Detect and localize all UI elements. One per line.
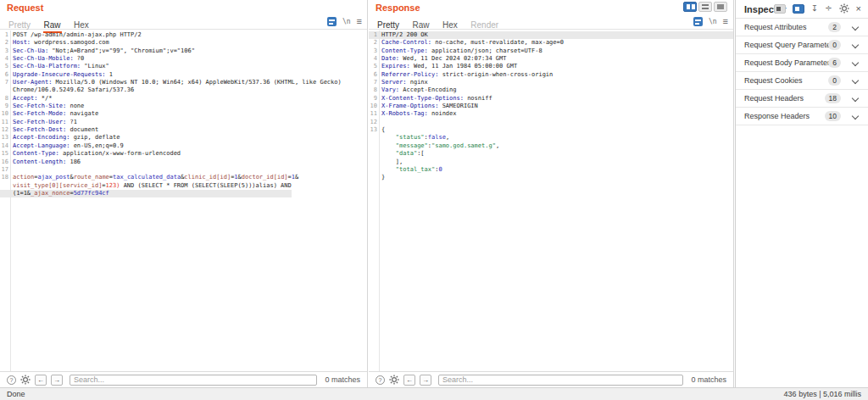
line-number: 10 (369, 103, 377, 110)
code-row: 11Sec-Fetch-User: ?1 (0, 119, 367, 126)
inspector-section-request-cookies[interactable]: Request Cookies 0 (736, 72, 868, 90)
response-menu-icon[interactable]: ≡ (723, 17, 728, 26)
response-search-input[interactable] (438, 375, 683, 386)
inspector-close-icon[interactable]: × (856, 4, 861, 14)
code-row: 4Date: Wed, 11 Dec 2024 02:07:34 GMT (369, 55, 733, 63)
code-text: X-Frame-Options: SAMEORIGIN (377, 103, 478, 110)
response-show-newlines-icon[interactable]: \n (709, 18, 717, 25)
code-row: "message":"samo.god.samet.g", (369, 142, 733, 150)
line-number (0, 86, 8, 94)
line-number: 7 (0, 79, 8, 86)
response-tab-hex[interactable]: Hex (442, 19, 459, 31)
request-search-help-icon[interactable]: ? (7, 375, 16, 385)
code-text: Sec-Ch-Ua-Platform: "Linux" (8, 63, 109, 70)
inspector-dock-left-icon[interactable] (774, 4, 786, 14)
layout-rows-button[interactable] (698, 2, 712, 12)
request-tabs: Pretty Raw Hex \n ≡ (0, 16, 367, 30)
chevron-down-icon[interactable] (852, 113, 859, 119)
code-row: 6Referrer-Policy: strict-origin-when-cro… (369, 71, 733, 79)
line-number: 8 (0, 95, 8, 103)
line-number: 17 (0, 166, 8, 174)
chevron-down-icon[interactable] (852, 42, 859, 48)
code-text: Content-Length: 186 (8, 158, 81, 166)
response-search-next-button[interactable]: → (420, 375, 431, 386)
line-number: 13 (369, 126, 377, 134)
response-search-settings-icon[interactable] (389, 375, 399, 385)
inspector-header: Inspector ↧ ÷ × (736, 0, 868, 19)
inspector-section-request-headers[interactable]: Request Headers 18 (736, 90, 868, 108)
section-label: Request Cookies (744, 76, 803, 85)
response-editor[interactable]: 1HTTP/2 200 OK2Cache-Control: no-cache, … (369, 31, 733, 371)
line-number: 11 (0, 119, 8, 126)
request-editor[interactable]: 1POST /wp-admin/admin-ajax.php HTTP/22Ho… (0, 31, 367, 371)
response-format-icon[interactable] (693, 17, 703, 26)
line-number: 5 (369, 63, 377, 70)
inspector-section-request-attributes[interactable]: Request Attributes 2 (736, 19, 868, 36)
inspector-settings-icon[interactable] (839, 3, 849, 14)
code-row: 1POST /wp-admin/admin-ajax.php HTTP/2 (0, 31, 367, 39)
line-number: 12 (0, 126, 8, 134)
request-search-input[interactable] (70, 375, 317, 386)
code-text: Host: wordpress.samogod.com (8, 39, 109, 47)
request-search-prev-button[interactable]: ← (35, 375, 47, 386)
line-number: 5 (0, 63, 8, 70)
code-text: { (377, 126, 385, 134)
count-badge: 2 (828, 22, 841, 32)
request-search-next-button[interactable]: → (51, 375, 63, 386)
count-badge: 0 (828, 75, 841, 86)
line-number: 1 (0, 31, 8, 39)
code-text: Chrome/106.0.5249.62 Safari/537.36 (8, 86, 134, 94)
code-row: 10Sec-Fetch-Mode: navigate (0, 110, 367, 118)
request-panel: Request Pretty Raw Hex \n ≡ 1POST /wp-ad… (0, 0, 368, 387)
code-text: Sec-Fetch-Dest: document (8, 126, 98, 134)
response-search-help-icon[interactable]: ? (376, 375, 385, 385)
layout-single-button[interactable] (714, 2, 727, 12)
section-label: Request Query Parameters (744, 41, 837, 49)
chevron-down-icon[interactable] (852, 95, 859, 102)
code-text: ], (377, 158, 403, 166)
code-row: 11X-Robots-Tag: noindex (369, 110, 733, 118)
request-format-icon[interactable] (327, 17, 337, 26)
chevron-down-icon[interactable] (852, 24, 859, 31)
code-text: Sec-Fetch-Site: none (8, 103, 84, 110)
code-text: (1=1&_ajax_nonce=5d77fc94cf (8, 190, 109, 197)
inspector-expand-all-icon[interactable]: ↧ (811, 4, 818, 13)
code-text (8, 166, 13, 174)
response-search-prev-button[interactable]: ← (403, 375, 415, 386)
code-row: "total_tax":0 (369, 166, 733, 174)
inspector-dock-right-icon[interactable] (793, 4, 804, 14)
request-tab-pretty: Pretty (8, 19, 31, 31)
code-row: 17 (0, 166, 367, 174)
layout-columns-button[interactable] (683, 2, 697, 12)
inspector-collapse-all-icon[interactable]: ÷ (825, 4, 832, 13)
chevron-down-icon[interactable] (852, 59, 859, 66)
line-number (369, 150, 377, 158)
code-text: Accept-Encoding: gzip, deflate (8, 134, 120, 142)
request-search-bar: ? ← → 0 matches (0, 371, 367, 387)
response-tab-render: Render (470, 19, 499, 31)
code-row: 16Content-Length: 186 (0, 158, 367, 166)
request-show-newlines-icon[interactable]: \n (342, 18, 351, 25)
code-row: 12Sec-Fetch-Dest: document (0, 126, 367, 134)
code-text: Accept-Language: en-US,en;q=0.9 (8, 142, 124, 150)
response-search-matches: 0 matches (691, 375, 726, 384)
inspector-section-request-query-parameters[interactable]: Request Query Parameters 0 (736, 36, 868, 54)
chevron-down-icon[interactable] (852, 77, 859, 84)
inspector-section-response-headers[interactable]: Response Headers 10 (736, 108, 868, 125)
code-row: 5Expires: Wed, 11 Jan 1984 05:00:00 GMT (369, 63, 733, 70)
line-number: 2 (0, 39, 8, 47)
line-number: 4 (0, 55, 8, 63)
code-row: 2Host: wordpress.samogod.com (0, 39, 367, 47)
response-tab-raw[interactable]: Raw (412, 19, 431, 31)
request-menu-icon[interactable]: ≡ (357, 17, 362, 26)
request-search-settings-icon[interactable] (20, 375, 31, 385)
inspector-section-request-body-parameters[interactable]: Request Body Parameters 6 (736, 54, 868, 72)
line-number: 14 (0, 142, 8, 150)
request-tab-hex[interactable]: Hex (73, 19, 90, 31)
code-text: Vary: Accept-Encoding (377, 86, 457, 94)
code-text: "total_tax":0 (377, 166, 442, 174)
code-text: Sec-Ch-Ua: "Not;A=Brand";v="99", "Chromi… (8, 47, 195, 55)
status-metrics: 436 bytes | 5,016 millis (784, 390, 861, 398)
code-row: 14Accept-Language: en-US,en;q=0.9 (0, 142, 367, 150)
response-panel-title: Response (376, 3, 420, 13)
